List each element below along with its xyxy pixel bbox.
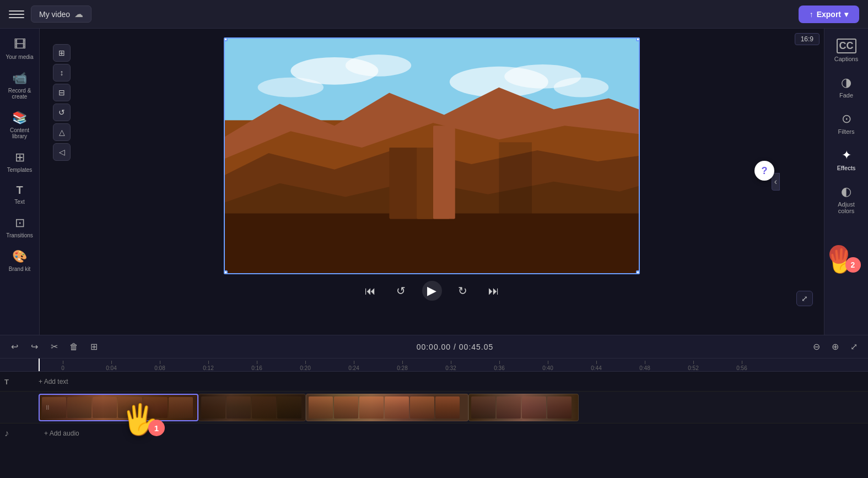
handle-tr[interactable] xyxy=(636,37,640,41)
redo-button[interactable]: ↪ xyxy=(26,339,42,355)
film-frame xyxy=(547,396,572,419)
ruler-mark: 0 xyxy=(39,361,87,371)
sidebar-item-transitions[interactable]: ⊡ Transitions xyxy=(2,211,37,243)
fullscreen-button[interactable]: ⤢ xyxy=(796,291,813,306)
ruler-mark: 0:56 xyxy=(718,361,766,371)
film-frame xyxy=(277,396,301,419)
sidebar-item-templates[interactable]: ⊞ Templates xyxy=(2,146,37,177)
svg-marker-12 xyxy=(225,213,639,273)
brand-kit-icon: 🎨 xyxy=(12,249,27,264)
text-icon: T xyxy=(16,184,23,197)
rotate-tool[interactable]: ↺ xyxy=(53,104,71,121)
export-chevron: ▾ xyxy=(844,10,848,19)
film-frame xyxy=(118,397,142,418)
audio-track: ♪ + Add audio xyxy=(0,423,868,443)
timeline-area: ↩ ↪ ✂ 🗑 ⊞ 00:00.00 / 00:45.05 ⊖ ⊕ ⤢ 0 0:… xyxy=(0,335,868,478)
film-frame xyxy=(385,396,409,419)
canvas-area: ⊞ ↕ ⊟ ↺ △ ◁ xyxy=(40,29,824,335)
film-frame xyxy=(309,396,333,419)
cut-button[interactable]: ✂ xyxy=(46,339,62,355)
filmstrip-2 xyxy=(199,394,305,421)
flip-vertical-tool[interactable]: △ xyxy=(53,123,71,141)
resize-tool[interactable]: ↕ xyxy=(53,64,71,82)
playback-controls: ⏮ ↺ ▶ ↻ ⏭ ⤢ xyxy=(48,281,815,301)
right-panel-filters[interactable]: ⊙ Filters xyxy=(827,106,866,140)
export-button[interactable]: ↑ Export ▾ xyxy=(799,6,859,23)
your-media-icon: 🎞 xyxy=(14,37,26,52)
playhead[interactable] xyxy=(39,358,40,371)
sidebar-item-record-create[interactable]: 📹 Record & create xyxy=(2,67,37,104)
ruler-mark: 0:04 xyxy=(87,361,136,371)
handle-br[interactable] xyxy=(636,270,640,274)
sidebar-item-brand-kit[interactable]: 🎨 Brand kit xyxy=(2,245,37,276)
right-panel-adjust-colors[interactable]: ◐ Adjustcolors xyxy=(827,179,866,220)
rewind-button[interactable]: ↺ xyxy=(391,281,411,301)
effects-icon: ✦ xyxy=(842,148,851,162)
text-track: T + Add text xyxy=(0,372,868,392)
sidebar-item-label: Your media xyxy=(6,54,33,60)
film-frame xyxy=(497,396,521,419)
right-panel: CC Captions ◑ Fade ⊙ Filters ✦ Effects ◐… xyxy=(824,29,868,335)
duplicate-button[interactable]: ⊞ xyxy=(86,339,101,355)
timeline-ruler: 0 0:04 0:08 0:12 0:16 0:20 0:24 0:28 0:3… xyxy=(0,358,868,372)
forward-button[interactable]: ↻ xyxy=(453,281,473,301)
help-button[interactable]: ? xyxy=(754,161,774,181)
film-frame xyxy=(67,397,91,418)
right-panel-effects[interactable]: ✦ Effects xyxy=(827,143,866,177)
text-track-label: T xyxy=(4,377,9,385)
project-title[interactable]: My video ☁ xyxy=(31,6,91,23)
video-clip-4[interactable] xyxy=(468,394,579,421)
ruler-mark: 0:32 xyxy=(427,361,475,371)
topbar: My video ☁ ↑ Export ▾ xyxy=(0,0,868,29)
zoom-in-button[interactable]: ⊕ xyxy=(827,339,843,355)
filmstrip-1 xyxy=(40,395,197,420)
film-frame xyxy=(359,396,384,419)
sidebar-item-label: Templates xyxy=(7,167,33,173)
ruler-marks: 0 0:04 0:08 0:12 0:16 0:20 0:24 0:28 0:3… xyxy=(39,358,766,371)
adjust-colors-icon: ◐ xyxy=(841,184,851,199)
ruler-mark: 0:24 xyxy=(330,361,378,371)
sidebar-item-label: Record & create xyxy=(4,88,35,100)
flip-horizontal-tool[interactable]: ◁ xyxy=(53,143,71,161)
video-clip-1[interactable]: ⏸ xyxy=(39,394,198,421)
title-text: My video xyxy=(39,10,70,19)
aspect-ratio-text: 16:9 xyxy=(801,35,813,43)
video-canvas[interactable] xyxy=(224,37,640,274)
right-panel-captions[interactable]: CC Captions xyxy=(827,33,866,68)
captions-icon: CC xyxy=(837,39,856,53)
templates-icon: ⊞ xyxy=(15,150,25,165)
svg-point-6 xyxy=(258,78,324,97)
right-panel-fade[interactable]: ◑ Fade xyxy=(827,70,866,104)
video-clip-2[interactable] xyxy=(198,394,306,421)
video-clip-3[interactable] xyxy=(306,394,468,421)
add-audio-button[interactable]: + Add audio xyxy=(44,430,79,437)
play-button[interactable]: ▶ xyxy=(422,281,442,301)
timeline-toolbar: ↩ ↪ ✂ 🗑 ⊞ 00:00.00 / 00:45.05 ⊖ ⊕ ⤢ xyxy=(0,335,868,358)
film-frame xyxy=(435,396,460,419)
skip-forward-button[interactable]: ⏭ xyxy=(484,281,504,301)
crop-tool[interactable]: ⊞ xyxy=(53,44,71,62)
fit-timeline-button[interactable]: ⤢ xyxy=(846,339,861,355)
undo-button[interactable]: ↩ xyxy=(7,339,22,355)
sidebar-item-your-media[interactable]: 🎞 Your media xyxy=(2,33,37,64)
svg-marker-16 xyxy=(389,148,433,219)
video-preview xyxy=(224,37,640,274)
ruler-mark: 0:48 xyxy=(621,361,669,371)
filters-icon: ⊙ xyxy=(842,112,851,126)
ruler-mark: 0:20 xyxy=(281,361,330,371)
sidebar-item-content-library[interactable]: 📚 Content library xyxy=(2,106,37,144)
ruler-mark: 0:44 xyxy=(572,361,621,371)
skip-back-button[interactable]: ⏮ xyxy=(360,281,380,301)
sidebar-item-label: Transitions xyxy=(6,232,33,238)
subtract-tool[interactable]: ⊟ xyxy=(53,84,71,101)
delete-button[interactable]: 🗑 xyxy=(66,339,82,355)
handle-bl[interactable] xyxy=(224,270,228,274)
add-text-button[interactable]: + Add text xyxy=(39,378,68,385)
zoom-out-button[interactable]: ⊖ xyxy=(808,339,824,355)
handle-tl[interactable] xyxy=(224,37,228,41)
filmstrip-3 xyxy=(306,394,468,421)
export-icon: ↑ xyxy=(810,10,813,19)
sidebar-item-text[interactable]: T Text xyxy=(2,180,37,209)
menu-icon[interactable] xyxy=(9,7,24,22)
sidebar-item-label: Text xyxy=(14,199,24,205)
